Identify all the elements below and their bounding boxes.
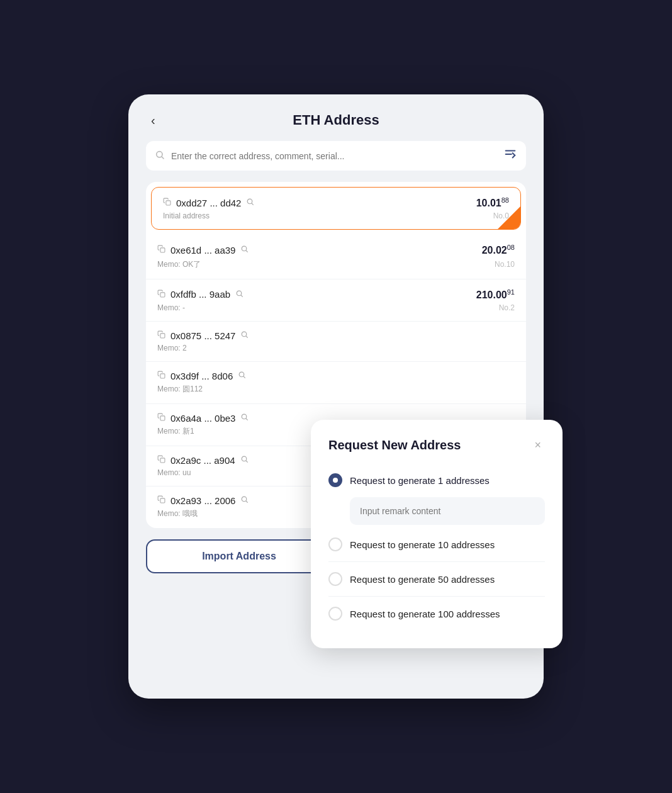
radio-option[interactable]: Request to generate 100 addresses — [328, 599, 545, 628]
search-addr-icon[interactable] — [240, 455, 249, 465]
memo-text: Memo: 2 — [157, 344, 187, 352]
radio-circle — [328, 607, 342, 621]
radio-option[interactable]: Request to generate 50 addresses — [328, 565, 545, 593]
memo-text: Memo: uu — [157, 468, 191, 477]
memo-text: Memo: - — [157, 303, 185, 312]
copy-icon[interactable] — [157, 330, 165, 340]
svg-line-6 — [252, 203, 253, 205]
copy-icon[interactable] — [157, 413, 165, 423]
import-address-button[interactable]: Import Address — [146, 539, 332, 573]
address-text: 0x2a9c ... a904 — [171, 455, 235, 466]
address-item[interactable]: 0xe61d ... aa39 20.0208 Memo: OK了 No.10 — [146, 235, 526, 279]
no-text: No.10 — [495, 260, 515, 269]
radio-label: Request to generate 1 addresses — [350, 475, 490, 486]
search-addr-icon[interactable] — [240, 413, 249, 423]
search-addr-icon[interactable] — [240, 245, 249, 255]
copy-icon[interactable] — [157, 495, 165, 505]
copy-icon[interactable] — [163, 198, 171, 208]
svg-rect-13 — [160, 334, 165, 338]
radio-option[interactable]: Request to generate 10 addresses — [328, 530, 545, 559]
radio-option[interactable]: Request to generate 1 addresses — [328, 466, 545, 495]
address-item[interactable]: 0x3d9f ... 8d06 Memo: 圆112 — [146, 362, 526, 404]
svg-rect-4 — [166, 201, 171, 205]
copy-icon[interactable] — [157, 455, 165, 465]
radio-circle — [328, 473, 342, 487]
header: ‹ ETH Address — [146, 112, 526, 128]
search-bar — [146, 141, 526, 171]
search-addr-icon[interactable] — [240, 330, 249, 340]
memo-text: Memo: 圆112 — [157, 384, 203, 395]
address-text: 0x6a4a ... 0be3 — [171, 413, 235, 424]
svg-line-24 — [246, 461, 247, 463]
svg-line-27 — [246, 502, 247, 503]
radio-label: Request to generate 50 addresses — [350, 574, 495, 585]
modal-card: Request New Address × Request to generat… — [311, 420, 563, 648]
copy-icon[interactable] — [157, 371, 165, 381]
modal-close-button[interactable]: × — [530, 437, 545, 453]
address-item[interactable]: 0xdd27 ... dd42 10.0188 Initial address … — [151, 187, 521, 230]
svg-line-1 — [162, 157, 164, 159]
radio-label: Request to generate 100 addresses — [350, 609, 500, 619]
svg-rect-10 — [160, 293, 165, 297]
memo-text: Memo: 哦哦 — [157, 509, 198, 519]
address-item[interactable]: 0x0875 ... 5247 Memo: 2 — [146, 322, 526, 362]
filter-icon[interactable] — [503, 147, 517, 164]
screen-wrapper: ‹ ETH Address 0xdd27 ... dd42 — [128, 94, 544, 699]
modal-title: Request New Address — [328, 438, 461, 453]
amount: 20.0208 — [482, 244, 515, 256]
active-badge — [498, 206, 520, 229]
address-item[interactable]: 0xfdfb ... 9aab 210.0091 Memo: - No.2 — [146, 279, 526, 322]
copy-icon[interactable] — [157, 245, 165, 255]
search-addr-icon[interactable] — [235, 290, 244, 300]
svg-line-12 — [241, 295, 242, 296]
modal-header: Request New Address × — [328, 437, 545, 453]
back-button[interactable]: ‹ — [146, 111, 160, 130]
search-input[interactable] — [171, 151, 497, 161]
svg-rect-7 — [160, 248, 165, 252]
memo-text: Memo: OK了 — [157, 259, 201, 270]
search-icon — [155, 150, 165, 162]
amount: 210.0091 — [476, 288, 515, 301]
radio-circle — [328, 572, 342, 586]
svg-rect-16 — [160, 374, 165, 378]
remark-input[interactable] — [350, 497, 545, 525]
memo-text: Initial address — [163, 211, 210, 220]
search-addr-icon[interactable] — [238, 371, 246, 381]
no-text: No.2 — [499, 303, 515, 312]
memo-text: Memo: 新1 — [157, 426, 194, 437]
address-text: 0x2a93 ... 2006 — [171, 495, 235, 506]
svg-line-18 — [244, 377, 245, 378]
radio-label: Request to generate 10 addresses — [350, 539, 495, 550]
address-text: 0xfdfb ... 9aab — [171, 289, 230, 300]
search-addr-icon[interactable] — [240, 495, 249, 505]
page-title: ETH Address — [293, 112, 379, 128]
svg-rect-25 — [160, 498, 165, 503]
svg-line-15 — [246, 337, 247, 338]
address-text: 0x0875 ... 5247 — [171, 330, 235, 341]
copy-icon[interactable] — [157, 290, 165, 300]
address-text: 0xe61d ... aa39 — [171, 245, 235, 256]
svg-rect-19 — [160, 416, 165, 420]
address-text: 0x3d9f ... 8d06 — [171, 371, 233, 381]
search-addr-icon[interactable] — [246, 198, 254, 208]
svg-rect-22 — [160, 458, 165, 463]
address-text: 0xdd27 ... dd42 — [176, 198, 241, 208]
svg-line-21 — [246, 419, 247, 420]
svg-line-9 — [246, 251, 247, 252]
modal-options: Request to generate 1 addresses Request … — [328, 466, 545, 628]
radio-circle — [328, 537, 342, 551]
